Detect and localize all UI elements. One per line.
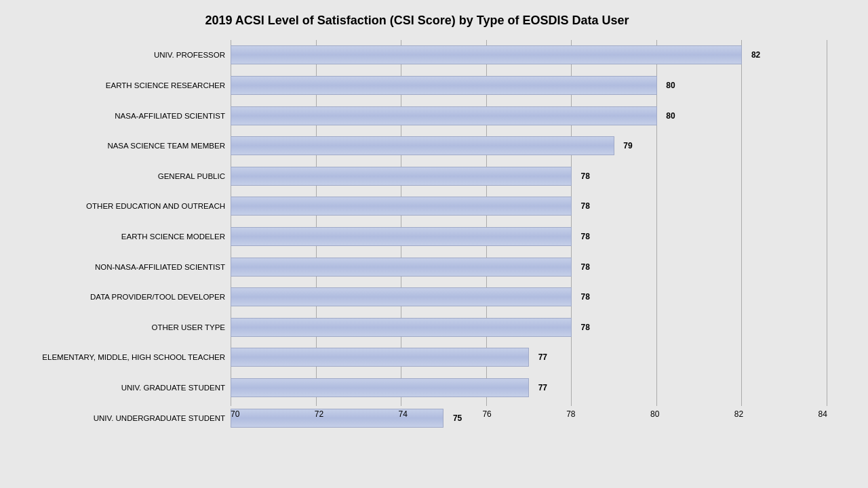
- y-label: EARTH SCIENCE MODELER: [7, 222, 225, 252]
- bar: 77: [231, 378, 529, 397]
- y-label: ELEMENTARY, MIDDLE, HIGH SCHOOL TEACHER: [7, 342, 225, 373]
- bar-row: 80: [231, 73, 827, 98]
- bar: 79: [231, 136, 614, 155]
- bars-area: 8280807978787878787877777570727476788082…: [231, 40, 827, 433]
- bar-row: 82: [231, 42, 827, 68]
- bar-row: 78: [231, 284, 827, 310]
- y-label: DATA PROVIDER/TOOL DEVELOPER: [7, 282, 225, 312]
- bar-value: 82: [751, 50, 760, 60]
- y-label: EARTH SCIENCE RESEARCHER: [7, 70, 225, 101]
- bar-row: 78: [231, 193, 827, 219]
- bar-value: 80: [666, 81, 675, 90]
- bar-value: 80: [666, 111, 675, 121]
- bar: 80: [231, 76, 657, 95]
- bar-row: 77: [231, 344, 827, 370]
- bar: 78: [231, 167, 572, 186]
- bar: 82: [231, 45, 742, 64]
- bar: 78: [231, 197, 572, 216]
- y-label: UNIV. UNDERGRADUATE STUDENT: [7, 403, 225, 433]
- bar: 80: [231, 106, 657, 125]
- y-label: NASA-AFFILIATED SCIENTIST: [7, 100, 225, 131]
- y-label: NASA SCIENCE TEAM MEMBER: [7, 131, 225, 161]
- y-label: UNIV. PROFESSOR: [7, 40, 225, 70]
- y-label: OTHER EDUCATION AND OUTREACH: [7, 191, 225, 222]
- x-tick: 74: [399, 409, 408, 419]
- bar-value: 78: [580, 292, 589, 302]
- bar-value: 78: [580, 232, 589, 241]
- bar-value: 79: [623, 141, 632, 150]
- bar-value: 78: [580, 262, 589, 272]
- y-labels: UNIV. PROFESSOREARTH SCIENCE RESEARCHERN…: [7, 40, 231, 433]
- bar: 78: [231, 318, 572, 337]
- y-label: NON-NASA-AFFILIATED SCIENTIST: [7, 251, 225, 282]
- y-label: UNIV. GRADUATE STUDENT: [7, 373, 225, 403]
- bar-row: 78: [231, 314, 827, 340]
- x-tick: 78: [566, 409, 575, 419]
- bar-value: 78: [580, 323, 589, 332]
- bar: 78: [231, 258, 572, 277]
- x-tick: 72: [315, 409, 323, 419]
- y-label: OTHER USER TYPE: [7, 312, 225, 342]
- bar: 78: [231, 287, 572, 306]
- x-tick: 70: [231, 409, 239, 419]
- bar-value: 78: [580, 171, 589, 181]
- bar-value: 78: [580, 201, 589, 211]
- bar: 77: [231, 348, 529, 367]
- x-tick: 84: [818, 409, 827, 419]
- bar-row: 77: [231, 375, 827, 401]
- x-tick: 76: [482, 409, 491, 419]
- y-label: GENERAL PUBLIC: [7, 161, 225, 191]
- chart-title: 2019 ACSI Level of Satisfaction (CSI Sco…: [7, 14, 827, 28]
- bar-row: 80: [231, 103, 827, 129]
- x-axis: 7072747678808284: [231, 406, 827, 433]
- bar-row: 78: [231, 163, 827, 189]
- x-tick: 80: [650, 409, 659, 419]
- bar-row: 78: [231, 254, 827, 280]
- bar-value: 77: [538, 352, 547, 362]
- chart-container: 2019 ACSI Level of Satisfaction (CSI Sco…: [0, 0, 868, 488]
- x-tick: 82: [734, 409, 743, 419]
- bar-value: 77: [538, 383, 547, 392]
- bar-row: 78: [231, 224, 827, 249]
- bar: 78: [231, 227, 572, 246]
- chart-area: UNIV. PROFESSOREARTH SCIENCE RESEARCHERN…: [7, 40, 827, 433]
- bar-row: 79: [231, 133, 827, 159]
